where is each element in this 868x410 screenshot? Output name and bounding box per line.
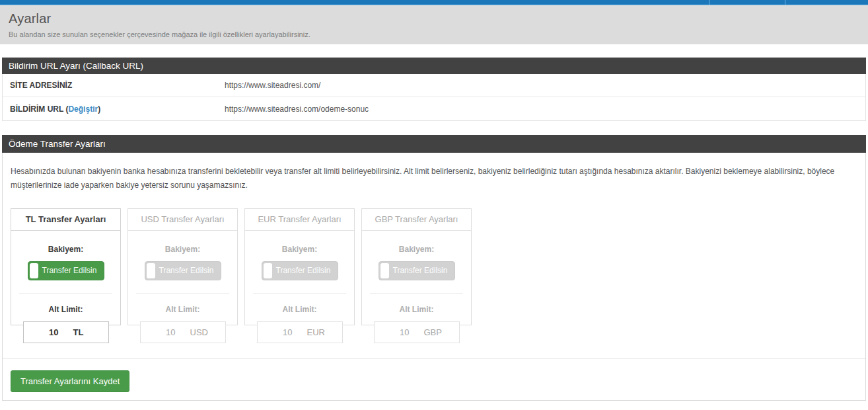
top-nav-bar	[0, 0, 868, 5]
change-callback-url-link[interactable]: Değiştir	[68, 104, 98, 114]
transfer-card-eur: EUR Transfer Ayarları Bakiyem: Transfer …	[244, 208, 355, 325]
site-address-row: SİTE ADRESİNİZ https://www.siteadresi.co…	[3, 74, 865, 97]
toggle-knob-icon	[380, 263, 389, 278]
transfer-toggle-usd: Transfer Edilsin	[145, 261, 221, 280]
callback-url-row: BİLDİRİM URL (Değiştir) https://www.site…	[3, 97, 865, 120]
balance-label-gbp: Bakiyem:	[362, 245, 471, 254]
balance-label-usd: Bakiyem:	[128, 245, 237, 254]
toggle-knob-icon	[30, 263, 38, 278]
card-divider	[253, 293, 346, 294]
limit-currency-gbp: GBP	[424, 327, 452, 337]
balance-label-tl: Bakiyem:	[11, 245, 120, 254]
limit-value-gbp: 10	[382, 327, 410, 337]
callback-url-label: BİLDİRİM URL (Değiştir)	[3, 104, 225, 114]
toggle-knob-icon	[147, 263, 155, 278]
transfer-toggle-gbp: Transfer Edilsin	[379, 261, 455, 280]
transfer-description: Hesabınızda bulunan bakiyenin banka hesa…	[3, 153, 865, 192]
transfer-toggle-tl[interactable]: Transfer Edilsin	[28, 261, 104, 280]
limit-currency-usd: USD	[190, 327, 218, 337]
payment-transfer-section: Ödeme Transfer Ayarları Hesabınızda bulu…	[2, 135, 866, 401]
transfer-card-gbp: GBP Transfer Ayarları Bakiyem: Transfer …	[361, 208, 472, 325]
site-address-label: SİTE ADRESİNİZ	[3, 81, 225, 90]
callback-section-title: Bildirim URL Ayarı (Callback URL)	[2, 58, 866, 74]
limit-label-gbp: Alt Limit:	[362, 305, 471, 314]
callback-url-section: Bildirim URL Ayarı (Callback URL) SİTE A…	[2, 58, 866, 121]
site-address-value: https://www.siteadresi.com/	[225, 81, 320, 90]
limit-input-gbp: 10 GBP	[374, 321, 460, 343]
save-transfer-settings-button[interactable]: Transfer Ayarlarını Kaydet	[11, 370, 129, 392]
transfer-card-tl: TL Transfer Ayarları Bakiyem: Transfer E…	[11, 208, 121, 325]
page-subtitle: Bu alandan size sunulan seçenekler çerçe…	[9, 30, 859, 38]
card-title-usd: USD Transfer Ayarları	[128, 209, 237, 231]
page-header: Ayarlar Bu alandan size sunulan seçenekl…	[0, 5, 868, 44]
card-divider	[136, 293, 229, 294]
limit-label-eur: Alt Limit:	[245, 305, 354, 314]
card-divider	[19, 293, 112, 294]
limit-currency-eur: EUR	[307, 327, 335, 337]
limit-value-tl: 10	[31, 327, 59, 337]
transfer-card-usd: USD Transfer Ayarları Bakiyem: Transfer …	[127, 208, 238, 325]
limit-value-eur: 10	[265, 327, 293, 337]
toggle-label-usd: Transfer Edilsin	[145, 262, 221, 280]
toggle-knob-icon	[264, 263, 272, 278]
transfer-panel: Hesabınızda bulunan bakiyenin banka hesa…	[2, 153, 866, 401]
limit-currency-tl: TL	[73, 327, 101, 337]
limit-value-usd: 10	[148, 327, 176, 337]
page-title: Ayarlar	[9, 11, 859, 26]
toggle-label-gbp: Transfer Edilsin	[379, 262, 454, 280]
transfer-toggle-eur: Transfer Edilsin	[262, 261, 338, 280]
toggle-label-tl: Transfer Edilsin	[28, 262, 104, 280]
limit-input-eur: 10 EUR	[257, 321, 343, 343]
nav-tab-divider	[785, 0, 785, 5]
balance-label-eur: Bakiyem:	[245, 245, 354, 254]
card-divider	[370, 293, 463, 294]
currency-cards: TL Transfer Ayarları Bakiyem: Transfer E…	[3, 192, 865, 325]
transfer-section-title: Ödeme Transfer Ayarları	[2, 135, 866, 153]
card-title-eur: EUR Transfer Ayarları	[245, 209, 354, 231]
card-title-gbp: GBP Transfer Ayarları	[362, 209, 471, 231]
limit-input-tl[interactable]: 10 TL	[23, 321, 109, 343]
toggle-label-eur: Transfer Edilsin	[262, 262, 338, 280]
limit-input-usd: 10 USD	[140, 321, 226, 343]
limit-label-usd: Alt Limit:	[128, 305, 237, 314]
limit-label-tl: Alt Limit:	[11, 305, 120, 314]
callback-url-value: https://www.siteadresi.com/odeme-sonuc	[225, 104, 369, 114]
card-title-tl: TL Transfer Ayarları	[11, 209, 120, 231]
nav-tab-divider	[709, 0, 709, 5]
